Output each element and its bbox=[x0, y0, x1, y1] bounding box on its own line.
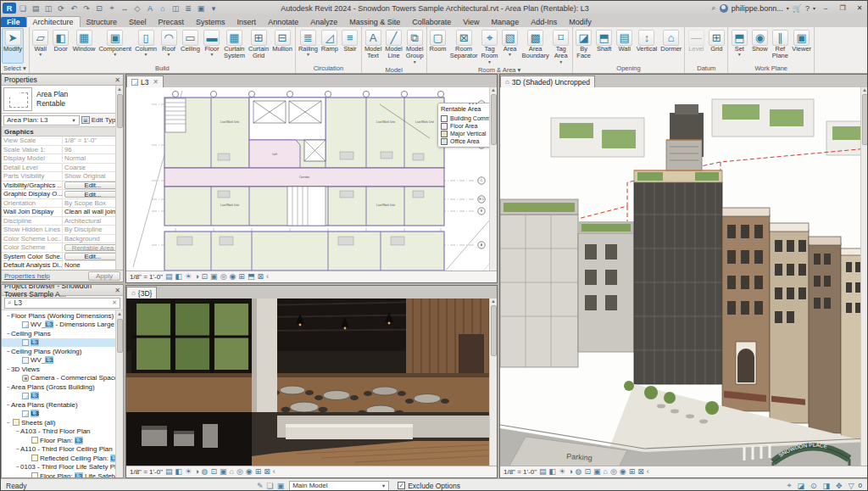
tag-icon[interactable]: ◇ bbox=[131, 3, 143, 14]
area-boundary-button[interactable]: ▩Area Boundary bbox=[520, 28, 551, 65]
redo-icon[interactable]: ↷ bbox=[81, 3, 92, 14]
collapse-icon[interactable]: − bbox=[5, 349, 11, 354]
dropdown-arrow-icon[interactable]: ▼ bbox=[113, 53, 117, 57]
plan-vertical-scrollbar[interactable]: ▲ bbox=[489, 87, 497, 271]
design-option-select[interactable]: Main Model ▼ bbox=[289, 481, 389, 491]
shadows-icon[interactable]: ◑ bbox=[568, 468, 572, 476]
tab-manage[interactable]: Manage bbox=[486, 17, 526, 27]
highlight-displacement-icon[interactable]: ⊠ bbox=[257, 273, 264, 281]
wall-button[interactable]: ▱Wall▼ bbox=[31, 28, 51, 64]
legend-grip[interactable] bbox=[469, 103, 477, 106]
roof-button[interactable]: ◠Roof▼ bbox=[159, 28, 179, 64]
plan-view-tab[interactable]: L3 ✕ bbox=[126, 75, 164, 87]
type-selector[interactable]: Area Plan Rentable ▼ bbox=[2, 86, 123, 114]
filter-icon[interactable]: ▽ bbox=[849, 482, 854, 490]
select-pinned-icon[interactable]: ⊙ bbox=[810, 482, 817, 490]
window-button[interactable]: ▦Window bbox=[71, 28, 97, 64]
visual-style-icon[interactable]: ◧ bbox=[549, 468, 557, 476]
temporary-view-properties-icon[interactable]: ⊞ bbox=[629, 468, 636, 476]
tree-item-wv-l3[interactable]: WV_L3 bbox=[2, 356, 115, 365]
tab-precast[interactable]: Precast bbox=[153, 17, 191, 27]
interior-vertical-scrollbar[interactable]: ▲ bbox=[489, 299, 497, 466]
browser-scrollbar[interactable]: ▲ bbox=[115, 310, 123, 477]
clear-search-icon[interactable]: ✕ bbox=[112, 299, 117, 306]
area-button[interactable]: ▧Area▼ bbox=[500, 28, 520, 65]
floor-button[interactable]: ▬Floor▼ bbox=[202, 28, 222, 64]
select-by-face-icon[interactable]: ◨ bbox=[823, 482, 831, 490]
interior-view-tab[interactable]: ⌂ {3D} bbox=[126, 287, 157, 299]
project-browser-header[interactable]: Project Browser - Snowdon Towers Sample … bbox=[2, 285, 123, 296]
tree-item-area-plans-rentable[interactable]: −Area Plans (Rentable) bbox=[2, 400, 115, 410]
property-value-visibility-graphics[interactable]: Edit... bbox=[64, 181, 121, 189]
help-icon[interactable]: ? bbox=[805, 4, 810, 13]
temporary-view-properties-icon[interactable]: ⊞ bbox=[238, 273, 245, 281]
undo-icon[interactable]: ↶ bbox=[68, 3, 80, 14]
dormer-button[interactable]: ⌂Dormer bbox=[659, 28, 683, 64]
tab-collaborate[interactable]: Collaborate bbox=[406, 17, 457, 27]
door-button[interactable]: ◧Door bbox=[51, 28, 71, 64]
sync-with-central-icon[interactable]: ⟳ bbox=[55, 3, 67, 14]
dropdown-arrow-icon[interactable]: ▼ bbox=[38, 53, 42, 57]
dropdown-arrow-icon[interactable]: ▼ bbox=[413, 60, 417, 64]
displacement-icon[interactable]: ⊠ bbox=[637, 468, 644, 476]
tree-item-ceiling-plans[interactable]: −Ceiling Plans bbox=[2, 329, 115, 338]
property-value-graphic-display-o[interactable]: Edit... bbox=[64, 191, 121, 198]
tag-area-button[interactable]: ⌑Tag Area▼ bbox=[551, 28, 571, 65]
interior-canvas[interactable] bbox=[126, 299, 497, 466]
design-options-icon[interactable]: ▣ bbox=[277, 482, 285, 490]
model-line-button[interactable]: ╱Model Line bbox=[383, 28, 403, 65]
shaft-button[interactable]: ⬒Shaft bbox=[594, 28, 615, 64]
collapse-icon[interactable]: − bbox=[5, 384, 11, 390]
color-scheme-legend[interactable]: Rentable Area Building CommonFloor AreaM… bbox=[437, 103, 497, 148]
open-icon[interactable]: ▤ bbox=[30, 3, 42, 14]
tree-item-3d-views[interactable]: −3D Views bbox=[2, 365, 115, 374]
tree-item-reflected-ceiling-plan-l3[interactable]: Reflected Ceiling Plan: L3 bbox=[2, 454, 115, 463]
tab-architecture[interactable]: Architecture bbox=[26, 16, 81, 27]
by-face-button[interactable]: ◪By Face bbox=[574, 28, 594, 64]
lock-3d-view-icon[interactable]: ⌂ bbox=[229, 468, 233, 476]
detail-level-icon[interactable]: ▤ bbox=[539, 468, 547, 476]
tree-item-floor-plan-l3-life-safety-plan[interactable]: Floor Plan: L3 Life Safety Plan bbox=[2, 471, 115, 477]
editable-only-icon[interactable]: ✎ bbox=[257, 482, 264, 490]
aligned-dimension-icon[interactable]: ↔ bbox=[119, 3, 131, 14]
view-selector[interactable]: Area Plan: L3 ▼ bbox=[3, 115, 80, 126]
tab-steel[interactable]: Steel bbox=[123, 17, 153, 27]
plan-canvas[interactable]: E D C B.1 B A Live/Work Unit Live/Work U… bbox=[126, 87, 497, 271]
properties-header[interactable]: Properties ✕ bbox=[2, 75, 123, 86]
component-button[interactable]: ▣Component▼ bbox=[97, 28, 133, 64]
model-group-button[interactable]: ⧉Model Group▼ bbox=[404, 28, 426, 65]
show-button[interactable]: ◉Show bbox=[749, 28, 770, 64]
dropdown-arrow-icon[interactable]: ▼ bbox=[508, 53, 512, 57]
view-scale-label[interactable]: 1/8" = 1'-0" bbox=[504, 468, 537, 476]
group-label-select[interactable]: Select ▾ bbox=[2, 64, 28, 73]
wall-button[interactable]: ▤Wall bbox=[615, 28, 635, 64]
pan-left-icon[interactable]: ‹ bbox=[273, 468, 275, 476]
tree-item-l3[interactable]: L3 bbox=[2, 392, 115, 401]
collapse-icon[interactable]: − bbox=[5, 313, 11, 319]
crop-view-icon[interactable]: ⊡ bbox=[210, 468, 217, 476]
exterior-canvas[interactable]: Parking SNOWDON PLACE bbox=[500, 87, 868, 466]
username[interactable]: philippe.bonn... bbox=[732, 4, 783, 13]
dropdown-arrow-icon[interactable]: ▼ bbox=[306, 53, 310, 57]
reveal-hidden-icon[interactable]: ◉ bbox=[246, 468, 253, 476]
sun-path-icon[interactable]: ☀ bbox=[559, 468, 565, 476]
search-icon[interactable]: ⌕ bbox=[712, 3, 716, 13]
tree-item-a110-third-floor-ceiling-plan[interactable]: −A110 - Third Floor Ceiling Plan bbox=[2, 445, 115, 455]
properties-scrollbar[interactable]: ▲ bbox=[115, 86, 123, 270]
displacement-icon[interactable]: ⊠ bbox=[264, 468, 270, 476]
close-view-icon[interactable]: ✕ bbox=[153, 78, 158, 86]
crop-view-icon[interactable]: ⊡ bbox=[202, 273, 209, 281]
graphics-section-header[interactable]: Graphics ⌃ bbox=[2, 127, 123, 137]
temporary-view-properties-icon[interactable]: ⊞ bbox=[255, 468, 262, 476]
render-icon[interactable]: ◍ bbox=[576, 468, 582, 476]
tree-item-floor-plan-l3[interactable]: Floor Plan: L3 bbox=[2, 436, 115, 445]
railing-button[interactable]: ≣Railing▼ bbox=[297, 28, 320, 64]
tab-modify[interactable]: Modify bbox=[563, 17, 598, 27]
restore-button[interactable]: ❐ bbox=[836, 3, 849, 14]
file-tab-icon[interactable]: ❏ bbox=[17, 3, 29, 14]
collapse-icon[interactable]: − bbox=[5, 366, 11, 372]
curtain-grid-button[interactable]: ⊞Curtain Grid bbox=[247, 28, 270, 64]
pan-left-icon[interactable]: ‹ bbox=[266, 273, 269, 281]
curtain-system-button[interactable]: ▦Curtain System bbox=[222, 28, 247, 64]
detail-level-icon[interactable]: ▤ bbox=[165, 468, 173, 476]
